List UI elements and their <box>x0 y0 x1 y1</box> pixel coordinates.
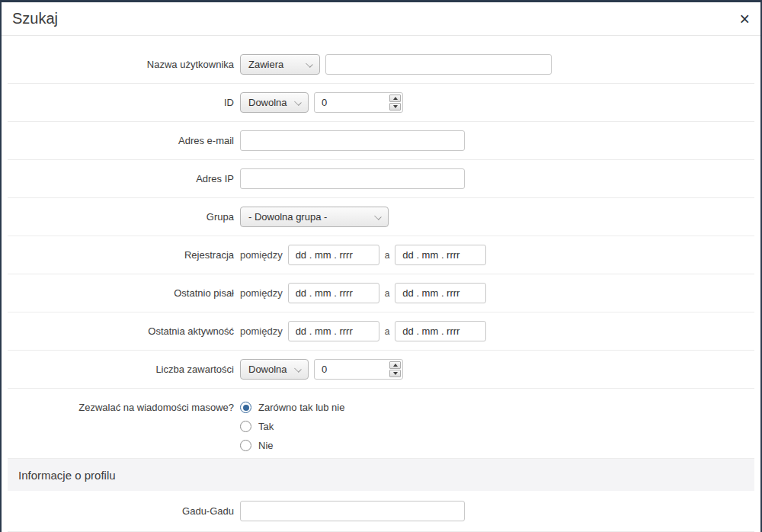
group-label: Grupa <box>8 211 234 223</box>
chevron-down-icon <box>374 213 382 220</box>
profile-section-header: Informacje o profilu <box>8 459 754 491</box>
ip-label: Adres IP <box>8 173 234 184</box>
last-activity-from-input[interactable] <box>288 321 379 341</box>
bulk-messages-label: Zezwalać na wiadomości masowe? <box>8 398 234 417</box>
last-posted-to-input[interactable] <box>395 283 486 303</box>
row-email: Adres e-mail <box>8 122 754 160</box>
radio-option-label: Nie <box>258 440 274 451</box>
row-last-posted: Ostatnio pisał pomiędzy a <box>8 274 754 312</box>
between-label: pomiędzy <box>240 249 283 261</box>
radio-icon <box>240 421 251 432</box>
row-ip: Adres IP <box>8 160 754 198</box>
chevron-down-icon <box>294 365 302 373</box>
content-count-operator-value: Dowolna <box>248 364 287 375</box>
last-posted-label: Ostatnio pisał <box>8 287 234 299</box>
group-select[interactable]: - Dowolna grupa - <box>240 207 389 227</box>
username-operator-select[interactable]: Zawiera <box>240 54 320 75</box>
last-activity-label: Ostatnia aktywność <box>8 325 234 337</box>
number-spinner <box>389 95 401 111</box>
username-operator-value: Zawiera <box>248 59 283 70</box>
arrow-up-icon <box>393 364 398 367</box>
chevron-down-icon <box>306 60 313 68</box>
id-operator-select[interactable]: Dowolna <box>240 92 309 113</box>
id-label: ID <box>8 97 234 108</box>
number-spinner <box>389 361 401 377</box>
last-posted-from-input[interactable] <box>288 283 379 303</box>
radio-option-label: Zarówno tak lub nie <box>258 402 344 413</box>
row-gadu-gadu: Gadu-Gadu <box>8 491 754 532</box>
page-title: Szukaj <box>12 10 58 27</box>
group-select-value: - Dowolna grupa - <box>248 211 327 223</box>
ip-input[interactable] <box>240 168 465 189</box>
and-label: a <box>385 250 390 261</box>
chevron-down-icon <box>294 98 302 106</box>
row-group: Grupa - Dowolna grupa - <box>8 198 754 236</box>
username-label: Nazwa użytkownika <box>8 59 234 70</box>
registration-from-input[interactable] <box>288 245 379 265</box>
search-form: Nazwa użytkownika Zawiera ID Dowolna <box>2 36 760 532</box>
email-label: Adres e-mail <box>8 135 234 146</box>
spinner-up-button[interactable] <box>389 95 401 102</box>
spinner-down-button[interactable] <box>389 370 401 377</box>
arrow-up-icon <box>393 97 398 100</box>
radio-option-label: Tak <box>258 421 274 432</box>
gadu-gadu-input[interactable] <box>240 501 465 521</box>
radio-selected-icon <box>240 402 251 413</box>
radio-option-yes[interactable]: Tak <box>240 417 274 436</box>
id-number-stepper <box>314 92 403 113</box>
row-content-count: Liczba zawartości Dowolna <box>8 351 754 389</box>
email-input[interactable] <box>240 130 465 151</box>
row-username: Nazwa użytkownika Zawiera <box>8 46 754 84</box>
row-last-activity: Ostatnia aktywność pomiędzy a <box>8 312 754 351</box>
row-bulk-messages: Zezwalać na wiadomości masowe? Zarówno t… <box>8 389 754 459</box>
id-operator-value: Dowolna <box>248 97 287 108</box>
row-registration: Rejestracja pomiędzy a <box>8 236 754 274</box>
arrow-down-icon <box>393 105 398 108</box>
last-activity-to-input[interactable] <box>395 321 486 341</box>
radio-option-both[interactable]: Zarówno tak lub nie <box>240 398 344 417</box>
search-dialog: Szukaj × Nazwa użytkownika Zawiera ID Do… <box>0 0 762 532</box>
radio-option-no[interactable]: Nie <box>240 436 274 455</box>
and-label: a <box>385 288 390 299</box>
registration-label: Rejestracja <box>8 249 234 261</box>
content-count-label: Liczba zawartości <box>8 364 234 375</box>
gadu-gadu-label: Gadu-Gadu <box>8 505 234 517</box>
content-count-stepper <box>314 359 403 380</box>
dialog-header: Szukaj × <box>2 2 760 36</box>
profile-section-title: Informacje o profilu <box>18 469 116 482</box>
content-count-operator-select[interactable]: Dowolna <box>240 359 309 380</box>
between-label: pomiędzy <box>240 287 283 299</box>
username-input[interactable] <box>325 54 552 75</box>
spinner-up-button[interactable] <box>389 361 401 369</box>
registration-to-input[interactable] <box>395 245 486 265</box>
radio-icon <box>240 440 251 451</box>
row-id: ID Dowolna <box>8 84 754 122</box>
close-icon[interactable]: × <box>738 11 751 27</box>
spinner-down-button[interactable] <box>389 103 401 111</box>
arrow-down-icon <box>393 372 398 375</box>
between-label: pomiędzy <box>240 325 283 337</box>
and-label: a <box>385 326 390 337</box>
